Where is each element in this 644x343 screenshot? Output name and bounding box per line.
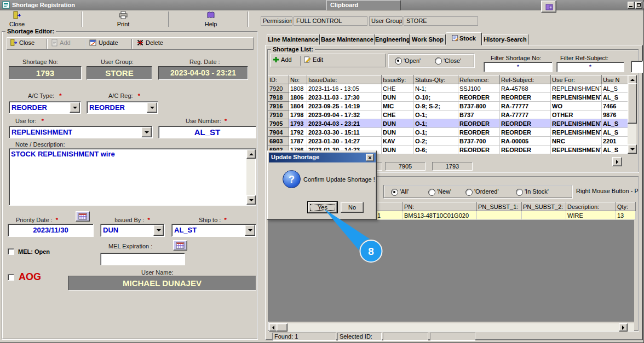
use-number-field[interactable]: AL_ST [158,126,256,138]
toolbar-close-button[interactable]: Close [4,11,30,28]
note-scrollbar[interactable] [246,149,255,205]
close-radio-label[interactable]: 'Close' [444,57,461,64]
mel-expiration-field[interactable] [100,253,185,265]
detail-header-row: PN: PN_SUBST_1: PN_SUBST_2: Description:… [351,202,636,211]
yes-button[interactable]: Yes [308,202,337,213]
table-row[interactable]: 79201808 2023-11-16 - 13:05CHE N-1;SSJ10… [268,84,628,93]
edit-pencil-icon [304,56,311,63]
ac-reg-select[interactable]: REORDER [87,101,158,114]
scroll-right-icon[interactable] [612,157,622,166]
open-radio-label[interactable]: 'Open' [404,57,421,64]
tab-history-search[interactable]: History-Search [482,34,528,45]
filter-extra-input[interactable] [631,61,643,73]
calendar-icon [78,213,87,220]
toolbar-print-button[interactable]: Print [111,11,136,28]
scrollbar-thumb[interactable] [277,323,288,332]
filter-shortage-no-input[interactable]: * [484,62,553,72]
scroll-down-icon[interactable] [246,195,256,205]
printer-icon [119,11,128,20]
ac-reg-label: A/C Reg: * [108,92,140,99]
scroll-up-icon[interactable] [246,149,256,159]
list-add-label: Add [281,56,292,63]
shortage-table-vscrollbar[interactable] [628,75,636,154]
exit-door-icon [10,39,18,46]
ship-to-select[interactable]: AL_ST [171,224,256,237]
chevron-down-icon[interactable] [70,102,80,113]
detail-hscrollbar[interactable] [269,323,634,331]
toolbar-help-button[interactable]: Help [198,11,223,28]
dialog-close-button[interactable]: × [366,154,374,161]
tray-button[interactable] [541,1,556,13]
toolbar-help-label: Help [198,21,223,27]
note-text: STOCK REPLENISHMENT wire [9,149,256,158]
required-marker: * [148,217,150,223]
use-for-select[interactable]: REPLENISHMENT [9,126,153,138]
editor-delete-button[interactable]: Delete [136,39,175,49]
editor-close-button[interactable]: Close [10,39,43,49]
ordered-radio[interactable] [465,189,473,196]
tab-work-shop[interactable]: Work Shop [410,34,446,45]
required-marker: * [224,217,226,223]
ac-type-label: A/C Type: * [28,92,62,99]
in-stock-radio-label[interactable]: 'In Stock' [525,188,549,195]
chevron-down-icon[interactable] [153,225,164,236]
restore-button[interactable] [635,2,642,9]
mel-open-checkbox[interactable] [8,248,14,255]
use-number-value: AL_ST [159,126,256,138]
table-row[interactable]: 69031787 2023-01-30 - 14:27KAV O-2;B737-… [268,137,628,146]
detail-table[interactable]: PN: PN_SUBST_1: PN_SUBST_2: Description:… [350,202,635,220]
editor-update-label: Update [99,39,118,46]
clipboard-title-bar[interactable]: Clipboard [326,0,401,10]
table-row[interactable]: 79161804 2023-09-25 - 14:19MIC O-9; S-2;… [268,102,628,111]
shortage-table[interactable]: ID:No: IssueDate:IssueBy: Status-Qty:Ref… [268,75,628,154]
editor-add-button[interactable]: Add [51,39,82,49]
tab-stock[interactable]: Stock [446,32,482,45]
chevron-down-icon[interactable] [245,225,255,236]
new-radio[interactable] [428,189,435,196]
in-stock-radio[interactable] [516,189,523,196]
open-radio[interactable] [395,57,402,65]
priority-date-calendar-button[interactable] [76,211,90,222]
table-row[interactable]: 79181806 2023-11-03 - 17:30DUN O-10;REOR… [268,93,628,102]
detail-radio-group: 'All' 'New' 'Ordered' 'In Stock' [383,185,572,198]
scroll-right-icon[interactable] [619,323,628,332]
issued-by-select[interactable]: DUN [100,224,165,237]
required-marker: * [138,92,140,99]
dialog-title: Update Shortage [271,154,319,160]
aog-checkbox[interactable] [8,274,14,281]
all-radio[interactable] [391,189,398,196]
detail-row[interactable]: 1 BMS13-48T10C01G020 WIRE 13 [351,211,636,220]
no-button[interactable]: No [341,202,364,213]
minimize-button[interactable] [628,2,635,9]
filter-ref-subject-label: Filter Ref-Subject: [560,55,608,61]
scrollbar-thumb[interactable] [628,83,637,124]
folder-icon [545,3,554,11]
editor-add-label: Add [60,39,71,46]
table-row[interactable]: 79041792 2023-03-30 - 15:11DUN O-1;REORD… [268,128,628,137]
chevron-down-icon[interactable] [147,102,157,113]
no-label: No [348,204,356,211]
close-radio[interactable] [435,57,442,65]
ac-type-select[interactable]: REORDER [9,101,81,114]
note-textarea[interactable]: STOCK REPLENISHMENT wire [9,148,256,206]
ac-reg-value: REORDER [89,103,125,112]
selected-id-box: 7905 [385,162,426,171]
all-radio-label[interactable]: 'All' [400,188,409,195]
mel-expiration-calendar-button[interactable] [173,240,187,251]
editor-update-button[interactable]: Update [89,39,129,49]
tab-base-maintenance[interactable]: Base Maintenance [320,34,375,45]
list-add-button[interactable]: Add [273,56,298,66]
permission-label: Permission: [261,16,292,26]
dialog-title-bar[interactable]: Update Shortage [269,153,376,162]
chevron-down-icon[interactable] [141,127,152,137]
table-row-selected[interactable]: 79051793 2023-04-03 - 23:21DUN O-1;REORD… [268,119,628,128]
new-radio-label[interactable]: 'New' [437,188,451,195]
scroll-down-icon[interactable] [628,144,637,154]
filter-ref-subject-input[interactable]: * [556,62,624,72]
ordered-radio-label[interactable]: 'Ordered' [474,188,499,195]
tab-line-maintenance[interactable]: Line Maintenance [267,34,320,45]
priority-date-field[interactable]: 2023/11/30 [8,224,94,237]
list-edit-button[interactable]: Edit [304,56,331,66]
tab-engineering[interactable]: Engineering [375,34,410,45]
table-row[interactable]: 79101798 2023-09-04 - 17:32CHE O-1;B737 … [268,111,628,119]
